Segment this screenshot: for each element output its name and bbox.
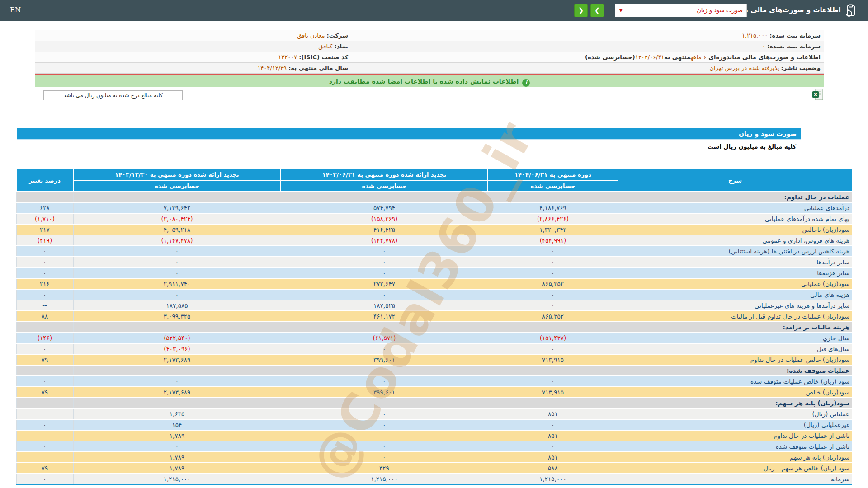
row-value: ۰	[16, 267, 73, 278]
row-value: ۱,۲۱۵,۰۰۰	[488, 474, 618, 484]
table-row: سود(زیان) خالص عملیات در حال تداوم۷۱۳,۹۱…	[16, 354, 852, 365]
table-row: سود(زیان) عملیات در حال تداوم قبل از مال…	[16, 311, 852, 322]
row-value: ۱,۳۲۰,۳۴۳	[488, 224, 618, 235]
row-label: غیرعملیاتي (ریال)	[618, 419, 852, 430]
row-value	[73, 192, 281, 202]
row-value: ۰	[281, 408, 488, 419]
section-header-row: هزینه مالیات بر درآمد:	[16, 322, 852, 333]
page-title: اطلاعات و صورت‌های مالی میاندوره‌ای	[748, 6, 841, 14]
row-value: ۰	[488, 441, 618, 452]
row-value: ۱,۷۸۹	[73, 463, 281, 474]
row-value	[73, 365, 281, 376]
row-value: ۲,۱۷۳,۶۸۹	[73, 387, 281, 398]
row-value: ۰	[488, 419, 618, 430]
row-value: (۱۵۸,۳۶۹)	[281, 213, 488, 224]
row-value: ۰	[281, 246, 488, 257]
row-label: درآمدهای عملیاتي	[618, 202, 852, 213]
row-value: --	[16, 300, 73, 311]
svg-text:X: X	[814, 92, 818, 98]
row-value: ۸۸	[16, 311, 73, 322]
row-value: (۴۰۳,۰۹۶)	[73, 343, 281, 354]
language-switch-en[interactable]: EN	[10, 6, 21, 14]
row-label: سال جاري	[618, 333, 852, 343]
row-value: ۲,۹۱۱,۷۴۰	[73, 278, 281, 289]
row-value: ۶۲۸	[16, 202, 73, 213]
row-value: (۱۴۶)	[16, 333, 73, 343]
row-value: ۰	[16, 289, 73, 300]
period-ending-text: منتهی به	[664, 54, 690, 61]
unregistered-capital-label: سرمایه ثبت نشده:	[767, 43, 821, 50]
row-value: ۸۵۱	[488, 408, 618, 419]
info-row-company: شرکت: معادن بافق سرمایه ثبت شده: ۱,۲۱۵,۰…	[35, 30, 824, 41]
row-label: هزینه های مالی	[618, 289, 852, 300]
section-header-row: عملیات متوقف شده:	[16, 365, 852, 376]
issuer-status-label: وضعیت ناشر:	[781, 65, 821, 71]
table-row: سود(زیان) ناخالص۱,۳۲۰,۳۴۳۴۱۶,۴۲۵۴,۰۵۹,۲۱…	[16, 224, 852, 235]
row-value: ۰	[281, 289, 488, 300]
previous-statement-button[interactable]: ❮	[574, 4, 588, 17]
table-row: سود(زیان) عملیاتی۸۶۵,۳۵۲۲۷۳,۶۴۷۲,۹۱۱,۷۴۰…	[16, 278, 852, 289]
row-value: ۸۵۱	[488, 452, 618, 463]
row-value: ۰	[16, 257, 73, 267]
row-value: ۰	[488, 289, 618, 300]
table-row: سود(زیان) پایه هر سهم۸۵۱۰۱,۷۸۹	[16, 452, 852, 463]
row-label: عملیاتي (ریال)	[618, 408, 852, 419]
signature-match-text: اطلاعات نمایش داده شده با اطلاعات امضا ش…	[329, 78, 519, 85]
export-excel-icon[interactable]: X	[812, 89, 823, 100]
row-value: ۰	[73, 376, 281, 387]
row-value	[16, 192, 73, 202]
row-label: سایر درآمدها و هزینه های غیرعملیاتی	[618, 300, 852, 311]
row-label: ناشي از عملیات متوقف شده	[618, 441, 852, 452]
statement-select-value: صورت سود و زیان	[697, 7, 743, 14]
row-value	[488, 365, 618, 376]
next-statement-button[interactable]: ❯	[590, 4, 604, 17]
row-value: ۰	[488, 376, 618, 387]
amounts-unit-note: کلیه مبالغ درج شده به میلیون ریال می باش…	[43, 90, 183, 100]
row-value: ۰	[281, 419, 488, 430]
table-row: ناشي از عملیات در حال تداوم۸۵۱۰۱,۷۸۹	[16, 430, 852, 441]
row-value	[488, 398, 618, 408]
row-value: ۷۹	[16, 387, 73, 398]
row-value: (۴۵۴,۹۹۱)	[488, 235, 618, 246]
info-row-fiscal: سال مالی منتهی به: ۱۴۰۴/۱۲/۲۹ وضعیت ناشر…	[35, 63, 824, 74]
row-value: ۱۸۷,۵۸۵	[73, 300, 281, 311]
row-label: سود(زیان) پایه هر سهم:	[618, 398, 852, 408]
header-current-period: دوره منتهی به ۱۴۰۴/۰۶/۳۱	[488, 169, 618, 180]
statement-select-dropdown[interactable]: صورت سود و زیان ▼	[615, 4, 747, 17]
header-description: شرح	[618, 169, 852, 192]
row-value: ۴,۰۵۹,۲۱۸	[73, 224, 281, 235]
row-value: ۰	[73, 441, 281, 452]
row-value: ۱,۲۱۵,۰۰۰	[73, 474, 281, 484]
row-value: ۰	[281, 343, 488, 354]
row-label: سرمایه	[618, 474, 852, 484]
row-value: ۷۹	[16, 354, 73, 365]
row-value: (۱,۱۴۷,۴۷۸)	[73, 235, 281, 246]
row-label: سود(زیان) ناخالص	[618, 224, 852, 235]
symbol-value: کبافق	[318, 43, 332, 50]
row-value: ۰	[488, 246, 618, 257]
row-label: سود(زیان) عملیات در حال تداوم قبل از مال…	[618, 311, 852, 322]
row-value	[281, 398, 488, 408]
profit-loss-table: شرح دوره منتهی به ۱۴۰۴/۰۶/۳۱ تجدید ارائه…	[16, 169, 853, 485]
row-value: ۷۱۳,۹۱۵	[488, 354, 618, 365]
row-value: ۰	[281, 267, 488, 278]
table-row: سایر درآمدها و هزینه های غیرعملیاتی۰۱۸۷,…	[16, 300, 852, 311]
row-value	[281, 365, 488, 376]
table-row: سرمایه۱,۲۱۵,۰۰۰۱,۲۱۵,۰۰۰۱,۲۱۵,۰۰۰۰	[16, 474, 852, 484]
codal-report-page: EN اطلاعات و صورت‌های مالی میاندوره‌ای ص…	[0, 0, 868, 488]
chevron-down-icon: ▼	[619, 7, 623, 13]
fiscal-year-value: ۱۴۰۴/۱۲/۲۹	[257, 65, 287, 71]
row-value: ۱,۶۳۵	[73, 408, 281, 419]
table-row: هزینه های مالی۰۰۰۰	[16, 289, 852, 300]
row-label: بهای تمام شده درآمدهای عملیاتي	[618, 213, 852, 224]
info-row-symbol: نماد: کبافق سرمایه ثبت نشده: ۰	[35, 41, 824, 52]
row-value: (۳,۰۸۰,۴۲۴)	[73, 213, 281, 224]
row-label: سال‌های قبل	[618, 343, 852, 354]
row-value: ۱,۷۸۹	[73, 430, 281, 441]
period-audited-text: (حسابرسی شده)	[585, 54, 635, 61]
row-label: سود(زیان) خالص عملیات در حال تداوم	[618, 354, 852, 365]
row-value: ۲۱۷	[16, 224, 73, 235]
row-value: ۵۸۸	[488, 463, 618, 474]
header-audited-1: حسابرسی شده	[488, 180, 618, 192]
top-navigation-bar: EN اطلاعات و صورت‌های مالی میاندوره‌ای ص…	[0, 0, 868, 21]
